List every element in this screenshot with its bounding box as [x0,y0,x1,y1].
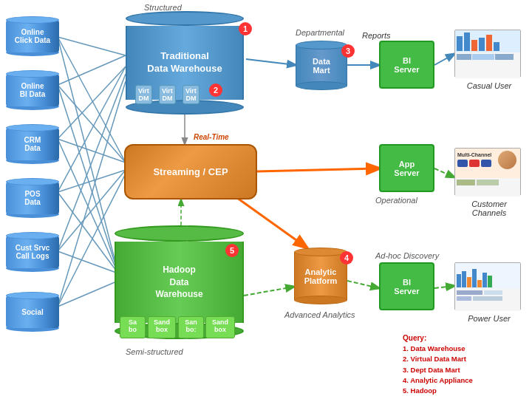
svg-line-3 [58,55,126,85]
virt-dm-3: VirtDM [183,85,200,104]
thumb-casual [454,30,521,78]
label-power-user: Power User [456,314,522,323]
sandbox-1: Sabo [120,316,146,338]
svg-line-6 [58,66,126,139]
query-title: Query: [403,332,473,344]
svg-line-21 [434,54,454,65]
svg-line-24 [244,287,294,296]
diagram-container: OnlineClick Data OnlineBI Data CRMData P… [0,0,532,399]
badge-2: 2 [209,83,222,97]
svg-line-8 [58,139,118,273]
svg-line-17 [58,281,118,307]
svg-line-14 [58,251,118,273]
query-item-4: 4. Analytic Appliance [403,375,473,386]
virt-dm-1: VirtDM [135,85,152,104]
label-semi-structured: Semi-structured [126,347,183,356]
badge-1: 1 [239,22,252,35]
data-source-pos: POSData [4,178,61,218]
data-source-cust-srvc: Cust SrvcCall Logs [4,232,61,272]
svg-line-7 [58,139,126,163]
label-advanced-analytics: Advanced Analytics [284,310,355,319]
virt-dm-2: VirtDM [159,85,176,104]
svg-line-12 [58,74,126,251]
thumb-power [454,262,521,310]
bi-server-bottom-label: BIServer [394,278,419,296]
data-source-online-bi: OnlineBI Data [4,70,61,110]
data-source-social: Social [4,292,61,332]
hdw-label: HadoopDataWarehouse [155,264,202,301]
svg-line-1 [58,37,126,163]
label-customer-channels: CustomerChannels [456,200,522,217]
badge-4: 4 [340,251,353,265]
svg-line-23 [434,168,454,177]
svg-line-10 [58,170,126,192]
label-reports: Reports [362,31,391,40]
tdw-label: TraditionalData Warehouse [147,50,222,75]
badge-5: 5 [225,244,239,257]
svg-line-22 [257,168,379,171]
query-item-1: 1. Data Warehouse [403,344,473,354]
app-server-label: AppServer [394,160,419,177]
badge-3: 3 [341,44,355,58]
svg-line-4 [58,85,126,163]
query-item-3: 3. Dept Data Mart [403,365,473,375]
bi-server-top: BIServer [379,41,434,89]
sandbox-2: Sandbox [148,316,176,338]
svg-line-11 [58,192,118,273]
query-legend: Query: 1. Data Warehouse 2. Virtual Data… [403,332,473,396]
label-casual-user: Casual User [456,81,522,90]
label-ad-hoc: Ad-hoc Discovery [375,251,439,260]
label-operational: Operational [375,196,417,205]
label-departmental: Departmental [296,28,344,37]
bi-server-bottom: BIServer [379,262,434,310]
streaming-cep: Streaming / CEP [124,144,257,200]
data-source-crm: CRMData [4,124,61,164]
svg-line-27 [434,286,454,288]
bi-server-top-label: BIServer [394,56,419,74]
query-item-2: 2. Virtual Data Mart [403,354,473,364]
svg-line-0 [58,37,126,55]
svg-line-9 [58,66,126,192]
svg-line-19 [246,59,296,65]
query-item-5: 5. Hadoop [403,386,473,396]
sandbox-4: Sandbox [205,316,235,338]
data-mart: DataMart [296,41,347,90]
svg-line-26 [347,281,379,288]
app-server: AppServer [379,144,434,192]
streaming-label: Streaming / CEP [153,166,228,177]
sandbox-3: Sanbo: [178,316,204,338]
svg-line-5 [58,85,118,273]
thumb-customer: Multi-Channel [454,148,521,196]
data-source-online-click: OnlineClick Data [4,16,61,56]
label-real-time: Real-Time [194,133,229,141]
svg-line-2 [58,37,118,273]
